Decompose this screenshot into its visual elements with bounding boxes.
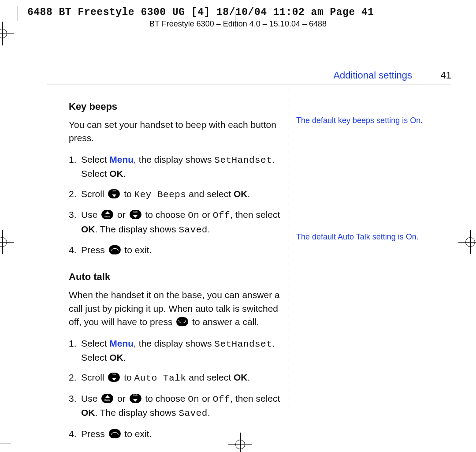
- text: Scroll: [81, 189, 107, 199]
- ok-label: OK: [81, 224, 95, 234]
- text: .: [208, 224, 210, 234]
- list-item: 4. Press to exit.: [69, 243, 285, 257]
- text: .: [123, 352, 126, 362]
- hangup-button-icon: [109, 245, 121, 254]
- step-number: 2.: [69, 371, 81, 385]
- step-number: 3.: [69, 208, 81, 237]
- text: to answer a call.: [190, 317, 259, 327]
- lcd-text: Key Beeps: [134, 190, 186, 200]
- text: to: [121, 372, 134, 382]
- lcd-text: Saved: [178, 225, 208, 235]
- lcd-text: Off: [213, 210, 230, 220]
- edition-line: BT Freestyle 6300 – Edition 4.0 – 15.10.…: [0, 18, 476, 30]
- text: to choose: [143, 209, 188, 220]
- down-button-icon: [108, 189, 120, 198]
- text: . The display shows: [95, 224, 179, 234]
- text: and select: [186, 189, 233, 199]
- text: .: [247, 189, 250, 199]
- text: or: [199, 393, 212, 403]
- lcd-text: Auto Talk: [134, 373, 186, 383]
- list-item: 1. Select Menu, the display shows SetHan…: [69, 153, 285, 181]
- keybeeps-intro: You can set your handset to beep with ea…: [69, 118, 285, 145]
- text: , the display shows: [134, 154, 214, 164]
- ok-label: OK: [109, 168, 123, 179]
- autotalk-intro: When the handset it on the base, you can…: [69, 288, 285, 329]
- side-note-keybeeps: The default key beeps setting is On.: [296, 115, 446, 126]
- down-button-icon: [130, 394, 141, 403]
- side-column: The default key beeps setting is On. The…: [296, 115, 446, 348]
- talk-button-icon: [176, 317, 188, 326]
- text: Press: [81, 429, 108, 439]
- text: to: [121, 189, 134, 199]
- column-separator: [289, 88, 289, 410]
- lcd-text: On: [188, 394, 199, 404]
- up-button-icon: [101, 210, 113, 219]
- ok-label: OK: [109, 352, 123, 362]
- step-number: 1.: [69, 153, 81, 181]
- list-item: 1. Select Menu, the display shows SetHan…: [69, 337, 285, 365]
- text: Scroll: [81, 372, 107, 382]
- step-number: 1.: [69, 337, 81, 365]
- ok-label: OK: [234, 189, 248, 199]
- step-body: Use or to choose On or Off, then select …: [81, 208, 285, 237]
- lcd-text: SetHandset: [214, 339, 272, 349]
- step-body: Select Menu, the display shows SetHandse…: [81, 153, 285, 181]
- text: to exit.: [122, 429, 152, 439]
- text: . The display shows: [95, 407, 179, 418]
- section-title: Additional settings: [333, 68, 412, 82]
- lcd-text: Saved: [178, 408, 208, 418]
- text: Use: [81, 209, 100, 220]
- text: , then select: [230, 209, 280, 220]
- step-body: Press to exit.: [81, 243, 285, 257]
- text: Select: [81, 154, 109, 164]
- header-rule: [47, 85, 451, 85]
- list-item: 3. Use or to choose On or Off, then sele…: [69, 392, 285, 421]
- step-number: 3.: [69, 392, 81, 421]
- text: , the display shows: [134, 338, 214, 348]
- text: Select: [81, 338, 109, 348]
- text: to choose: [143, 393, 188, 403]
- step-number: 2.: [69, 187, 81, 202]
- lcd-text: Off: [213, 394, 230, 404]
- lcd-text: On: [188, 210, 199, 220]
- lcd-text: SetHandset: [214, 155, 272, 165]
- heading-key-beeps: Key beeps: [69, 100, 285, 114]
- step-body: Press to exit.: [81, 427, 285, 441]
- side-note-autotalk: The default Auto Talk setting is On.: [296, 232, 446, 242]
- text: to exit.: [122, 245, 152, 255]
- ok-label: OK: [234, 372, 248, 382]
- text: .: [123, 168, 126, 179]
- list-item: 4. Press to exit.: [69, 427, 285, 441]
- text: , then select: [230, 393, 280, 403]
- text: and select: [186, 372, 233, 382]
- keybeeps-steps: 1. Select Menu, the display shows SetHan…: [69, 153, 285, 257]
- main-column: Key beeps You can set your handset to be…: [69, 100, 285, 452]
- page-number: 41: [441, 68, 451, 82]
- step-number: 4.: [69, 243, 81, 257]
- step-body: Select Menu, the display shows SetHandse…: [81, 337, 285, 365]
- text: .: [247, 372, 250, 382]
- text: or: [115, 209, 128, 220]
- text: Use: [81, 393, 100, 403]
- menu-label: Menu: [109, 338, 134, 348]
- list-item: 3. Use or to choose On or Off, then sele…: [69, 208, 285, 237]
- hangup-button-icon: [109, 429, 121, 438]
- down-button-icon: [108, 373, 120, 382]
- list-item: 2. Scroll to Key Beeps and select OK.: [69, 187, 285, 202]
- down-button-icon: [130, 210, 141, 219]
- text: .: [208, 407, 210, 418]
- step-body: Use or to choose On or Off, then select …: [81, 392, 285, 421]
- heading-auto-talk: Auto talk: [69, 270, 285, 284]
- step-body: Scroll to Auto Talk and select OK.: [81, 371, 285, 385]
- list-item: 2. Scroll to Auto Talk and select OK.: [69, 371, 285, 385]
- text: or: [199, 209, 212, 220]
- up-button-icon: [101, 394, 113, 403]
- autotalk-steps: 1. Select Menu, the display shows SetHan…: [69, 337, 285, 441]
- text: Press: [81, 245, 108, 255]
- menu-label: Menu: [109, 154, 134, 164]
- step-number: 4.: [69, 427, 81, 441]
- step-body: Scroll to Key Beeps and select OK.: [81, 187, 285, 202]
- ok-label: OK: [81, 407, 95, 418]
- text: or: [115, 393, 128, 403]
